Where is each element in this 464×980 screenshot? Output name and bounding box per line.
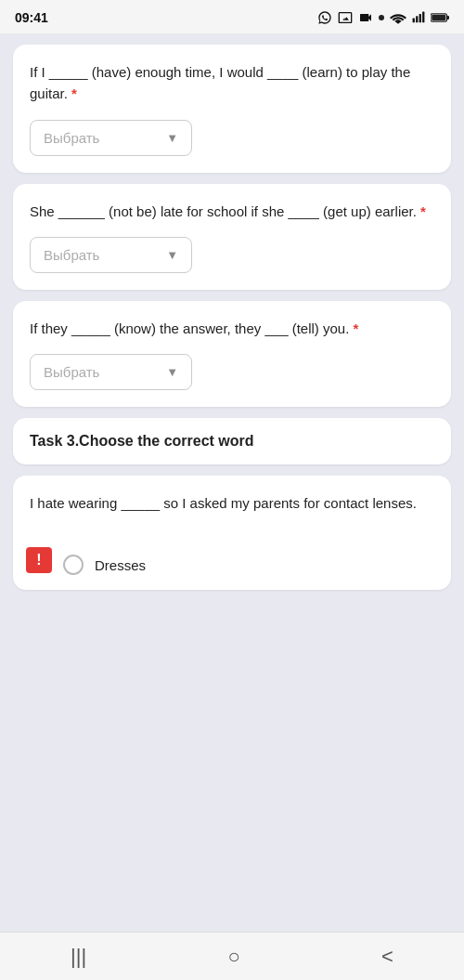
- signal-icon: [412, 11, 425, 24]
- svg-rect-3: [419, 14, 421, 22]
- video-icon: [358, 10, 373, 25]
- required-star-3: *: [354, 320, 359, 336]
- chevron-down-icon: ▼: [166, 131, 178, 145]
- svg-rect-6: [447, 16, 450, 20]
- svg-rect-4: [422, 12, 424, 23]
- question-text-3: If they _____ (know) the answer, they __…: [30, 318, 434, 339]
- dropdown-label-q3: Выбрать: [44, 364, 99, 380]
- gallery-icon: [338, 10, 353, 25]
- dot-icon: [379, 15, 384, 20]
- radio-circle-dresses[interactable]: [63, 555, 84, 575]
- nav-recents[interactable]: |||: [71, 945, 86, 969]
- hate-question-bottom: ! Dresses: [13, 538, 451, 590]
- chevron-down-icon-2: ▼: [166, 248, 178, 262]
- required-star-2: *: [420, 203, 426, 219]
- dropdown-q2[interactable]: Выбрать ▼: [30, 237, 192, 273]
- question-text-1: If I _____ (have) enough time, I would _…: [30, 61, 434, 105]
- svg-rect-2: [416, 16, 418, 22]
- chevron-down-icon-3: ▼: [166, 365, 178, 379]
- svg-rect-1: [413, 19, 415, 23]
- warning-icon: !: [26, 547, 52, 573]
- required-star-1: *: [71, 85, 77, 101]
- question-text-2: She ______ (not be) late for school if s…: [30, 201, 434, 222]
- radio-option-dresses[interactable]: Dresses: [63, 555, 146, 575]
- hate-question-card: I hate wearing _____ so I asked my paren…: [13, 476, 451, 590]
- question-card-1: If I _____ (have) enough time, I would _…: [13, 45, 451, 173]
- wifi-icon: [390, 11, 406, 24]
- status-icons: [317, 10, 449, 25]
- question-card-3: If they _____ (know) the answer, they __…: [13, 301, 451, 407]
- question-card-2: She ______ (not be) late for school if s…: [13, 184, 451, 290]
- battery-icon: [431, 12, 449, 23]
- dropdown-q3[interactable]: Выбрать ▼: [30, 354, 192, 390]
- dropdown-q1[interactable]: Выбрать ▼: [30, 120, 192, 156]
- hate-question-text: I hate wearing _____ so I asked my paren…: [30, 492, 434, 514]
- main-content: If I _____ (have) enough time, I would _…: [0, 33, 464, 932]
- hate-question-top: I hate wearing _____ so I asked my paren…: [13, 476, 451, 538]
- dropdown-label-q2: Выбрать: [44, 247, 99, 263]
- warning-symbol: !: [36, 552, 41, 568]
- bottom-nav: ||| ○ <: [0, 932, 464, 980]
- svg-rect-7: [432, 15, 445, 20]
- task3-header: Task 3.Choose the correct word: [13, 418, 451, 464]
- status-time: 09:41: [15, 10, 48, 25]
- svg-point-0: [379, 15, 384, 20]
- radio-label-dresses: Dresses: [95, 557, 146, 573]
- task3-title: Task 3.Choose the correct word: [30, 433, 254, 449]
- whatsapp-icon: [317, 10, 332, 25]
- nav-home[interactable]: ○: [227, 945, 239, 969]
- status-bar: 09:41: [0, 0, 464, 33]
- dropdown-label-q1: Выбрать: [44, 130, 99, 146]
- nav-back[interactable]: <: [381, 945, 393, 969]
